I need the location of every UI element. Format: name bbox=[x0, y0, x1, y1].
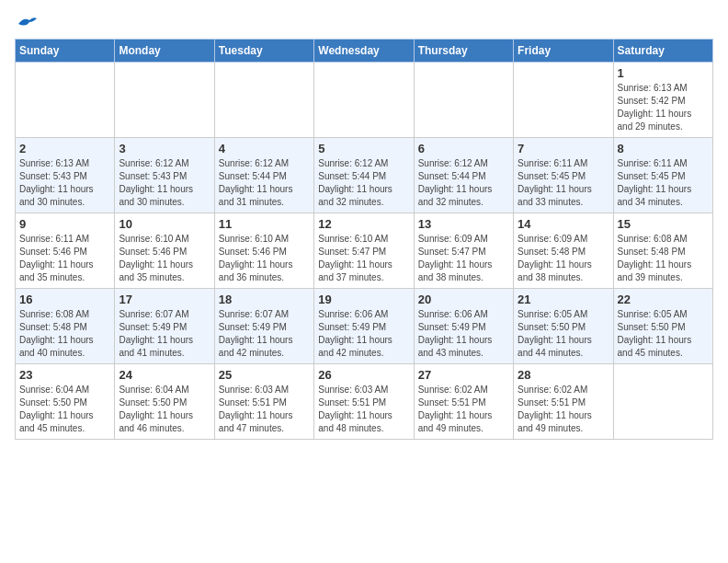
calendar-day-header: Saturday bbox=[613, 40, 712, 63]
day-info: Sunrise: 6:09 AM Sunset: 5:47 PM Dayligh… bbox=[418, 233, 509, 284]
day-info: Sunrise: 6:12 AM Sunset: 5:44 PM Dayligh… bbox=[318, 157, 409, 209]
calendar-cell bbox=[613, 364, 712, 440]
day-number: 1 bbox=[618, 66, 709, 80]
calendar-day-header: Wednesday bbox=[314, 40, 414, 63]
day-info: Sunrise: 6:10 AM Sunset: 5:47 PM Dayligh… bbox=[318, 233, 409, 284]
day-info: Sunrise: 6:06 AM Sunset: 5:49 PM Dayligh… bbox=[318, 308, 409, 360]
day-info: Sunrise: 6:12 AM Sunset: 5:43 PM Dayligh… bbox=[119, 157, 210, 209]
day-number: 15 bbox=[618, 217, 709, 231]
day-info: Sunrise: 6:10 AM Sunset: 5:46 PM Dayligh… bbox=[219, 233, 310, 284]
day-info: Sunrise: 6:11 AM Sunset: 5:46 PM Dayligh… bbox=[19, 233, 110, 284]
day-number: 28 bbox=[518, 368, 609, 382]
calendar-cell: 13Sunrise: 6:09 AM Sunset: 5:47 PM Dayli… bbox=[414, 213, 513, 289]
calendar-day-header: Monday bbox=[115, 40, 214, 63]
calendar-cell: 2Sunrise: 6:13 AM Sunset: 5:43 PM Daylig… bbox=[16, 138, 115, 213]
calendar-cell: 4Sunrise: 6:12 AM Sunset: 5:44 PM Daylig… bbox=[214, 138, 313, 213]
calendar-cell bbox=[214, 63, 313, 138]
calendar-cell: 21Sunrise: 6:05 AM Sunset: 5:50 PM Dayli… bbox=[514, 289, 613, 364]
calendar-cell: 26Sunrise: 6:03 AM Sunset: 5:51 PM Dayli… bbox=[314, 364, 414, 440]
calendar-week-row: 1Sunrise: 6:13 AM Sunset: 5:42 PM Daylig… bbox=[16, 63, 713, 138]
calendar-cell: 24Sunrise: 6:04 AM Sunset: 5:50 PM Dayli… bbox=[115, 364, 214, 440]
day-number: 2 bbox=[19, 142, 110, 155]
day-info: Sunrise: 6:11 AM Sunset: 5:45 PM Dayligh… bbox=[618, 157, 709, 209]
day-number: 26 bbox=[318, 368, 409, 382]
calendar-cell: 28Sunrise: 6:02 AM Sunset: 5:51 PM Dayli… bbox=[514, 364, 613, 440]
day-number: 10 bbox=[119, 217, 210, 231]
day-info: Sunrise: 6:05 AM Sunset: 5:50 PM Dayligh… bbox=[518, 308, 609, 360]
calendar-cell: 6Sunrise: 6:12 AM Sunset: 5:44 PM Daylig… bbox=[414, 138, 513, 213]
calendar-cell: 23Sunrise: 6:04 AM Sunset: 5:50 PM Dayli… bbox=[16, 364, 115, 440]
logo bbox=[15, 15, 37, 31]
day-number: 27 bbox=[418, 368, 509, 382]
day-number: 17 bbox=[119, 293, 210, 306]
day-number: 25 bbox=[219, 368, 310, 382]
calendar-day-header: Tuesday bbox=[214, 40, 313, 63]
day-info: Sunrise: 6:11 AM Sunset: 5:45 PM Dayligh… bbox=[518, 157, 609, 209]
calendar-week-row: 16Sunrise: 6:08 AM Sunset: 5:48 PM Dayli… bbox=[16, 289, 713, 364]
calendar-table: SundayMondayTuesdayWednesdayThursdayFrid… bbox=[15, 39, 713, 440]
calendar-header-row: SundayMondayTuesdayWednesdayThursdayFrid… bbox=[16, 40, 713, 63]
calendar-cell: 25Sunrise: 6:03 AM Sunset: 5:51 PM Dayli… bbox=[214, 364, 313, 440]
day-number: 12 bbox=[318, 217, 409, 231]
day-info: Sunrise: 6:02 AM Sunset: 5:51 PM Dayligh… bbox=[418, 384, 509, 435]
day-info: Sunrise: 6:04 AM Sunset: 5:50 PM Dayligh… bbox=[19, 384, 110, 435]
day-info: Sunrise: 6:12 AM Sunset: 5:44 PM Dayligh… bbox=[219, 157, 310, 209]
calendar-cell: 27Sunrise: 6:02 AM Sunset: 5:51 PM Dayli… bbox=[414, 364, 513, 440]
day-number: 9 bbox=[19, 217, 110, 231]
calendar-cell: 5Sunrise: 6:12 AM Sunset: 5:44 PM Daylig… bbox=[314, 138, 414, 213]
page-header bbox=[15, 15, 713, 31]
day-number: 22 bbox=[618, 293, 709, 306]
calendar-day-header: Thursday bbox=[414, 40, 513, 63]
day-number: 21 bbox=[518, 293, 609, 306]
day-number: 23 bbox=[19, 368, 110, 382]
day-info: Sunrise: 6:07 AM Sunset: 5:49 PM Dayligh… bbox=[119, 308, 210, 360]
day-number: 7 bbox=[518, 142, 609, 155]
calendar-cell: 12Sunrise: 6:10 AM Sunset: 5:47 PM Dayli… bbox=[314, 213, 414, 289]
day-number: 19 bbox=[318, 293, 409, 306]
day-info: Sunrise: 6:13 AM Sunset: 5:42 PM Dayligh… bbox=[618, 82, 709, 133]
calendar-cell: 1Sunrise: 6:13 AM Sunset: 5:42 PM Daylig… bbox=[613, 63, 712, 138]
calendar-cell: 8Sunrise: 6:11 AM Sunset: 5:45 PM Daylig… bbox=[613, 138, 712, 213]
day-number: 13 bbox=[418, 217, 509, 231]
day-info: Sunrise: 6:09 AM Sunset: 5:48 PM Dayligh… bbox=[518, 233, 609, 284]
day-info: Sunrise: 6:10 AM Sunset: 5:46 PM Dayligh… bbox=[119, 233, 210, 284]
calendar-cell: 9Sunrise: 6:11 AM Sunset: 5:46 PM Daylig… bbox=[16, 213, 115, 289]
day-info: Sunrise: 6:03 AM Sunset: 5:51 PM Dayligh… bbox=[219, 384, 310, 435]
day-number: 18 bbox=[219, 293, 310, 306]
calendar-week-row: 23Sunrise: 6:04 AM Sunset: 5:50 PM Dayli… bbox=[16, 364, 713, 440]
day-number: 24 bbox=[119, 368, 210, 382]
day-number: 16 bbox=[19, 293, 110, 306]
calendar-cell: 18Sunrise: 6:07 AM Sunset: 5:49 PM Dayli… bbox=[214, 289, 313, 364]
calendar-day-header: Sunday bbox=[16, 40, 115, 63]
calendar-cell: 17Sunrise: 6:07 AM Sunset: 5:49 PM Dayli… bbox=[115, 289, 214, 364]
calendar-cell bbox=[16, 63, 115, 138]
calendar-cell bbox=[414, 63, 513, 138]
day-number: 5 bbox=[318, 142, 409, 155]
calendar-cell: 16Sunrise: 6:08 AM Sunset: 5:48 PM Dayli… bbox=[16, 289, 115, 364]
calendar-cell: 3Sunrise: 6:12 AM Sunset: 5:43 PM Daylig… bbox=[115, 138, 214, 213]
day-number: 6 bbox=[418, 142, 509, 155]
day-number: 4 bbox=[219, 142, 310, 155]
day-info: Sunrise: 6:03 AM Sunset: 5:51 PM Dayligh… bbox=[318, 384, 409, 435]
calendar-cell: 7Sunrise: 6:11 AM Sunset: 5:45 PM Daylig… bbox=[514, 138, 613, 213]
day-number: 8 bbox=[618, 142, 709, 155]
calendar-cell: 20Sunrise: 6:06 AM Sunset: 5:49 PM Dayli… bbox=[414, 289, 513, 364]
day-info: Sunrise: 6:04 AM Sunset: 5:50 PM Dayligh… bbox=[119, 384, 210, 435]
calendar-cell: 15Sunrise: 6:08 AM Sunset: 5:48 PM Dayli… bbox=[613, 213, 712, 289]
calendar-cell: 11Sunrise: 6:10 AM Sunset: 5:46 PM Dayli… bbox=[214, 213, 313, 289]
day-info: Sunrise: 6:07 AM Sunset: 5:49 PM Dayligh… bbox=[219, 308, 310, 360]
day-number: 11 bbox=[219, 217, 310, 231]
calendar-cell: 10Sunrise: 6:10 AM Sunset: 5:46 PM Dayli… bbox=[115, 213, 214, 289]
day-info: Sunrise: 6:06 AM Sunset: 5:49 PM Dayligh… bbox=[418, 308, 509, 360]
logo-bird-icon bbox=[17, 15, 37, 31]
calendar-cell bbox=[514, 63, 613, 138]
day-number: 3 bbox=[119, 142, 210, 155]
calendar-day-header: Friday bbox=[514, 40, 613, 63]
day-number: 14 bbox=[518, 217, 609, 231]
day-info: Sunrise: 6:02 AM Sunset: 5:51 PM Dayligh… bbox=[518, 384, 609, 435]
day-info: Sunrise: 6:12 AM Sunset: 5:44 PM Dayligh… bbox=[418, 157, 509, 209]
calendar-week-row: 2Sunrise: 6:13 AM Sunset: 5:43 PM Daylig… bbox=[16, 138, 713, 213]
calendar-cell: 22Sunrise: 6:05 AM Sunset: 5:50 PM Dayli… bbox=[613, 289, 712, 364]
day-number: 20 bbox=[418, 293, 509, 306]
calendar-cell bbox=[314, 63, 414, 138]
